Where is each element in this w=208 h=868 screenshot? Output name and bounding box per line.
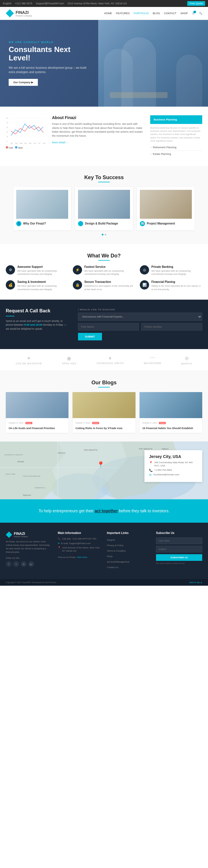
find-us-label: FIND US ON: <box>6 557 52 559</box>
blog-title-3[interactable]: 15 Financial Habits You Should Establish <box>140 426 202 433</box>
phone-number: +212 386 5575 <box>15 2 32 5</box>
submit-button[interactable]: SUBMIT <box>78 333 102 340</box>
key-title: Key To Success <box>6 175 202 181</box>
about-more-link[interactable]: More Detail → <box>52 141 69 144</box>
blogs-title: Our Blogs <box>6 380 202 386</box>
footer-link-terms[interactable]: Terms & Condition <box>107 549 150 553</box>
svg-text:GREENVILLE: GREENVILLE <box>35 487 46 489</box>
subscribe-button[interactable]: SUBSCRIBE US <box>156 554 202 561</box>
footer-main-info: Main Information 📞 Call (tel): +212 386 … <box>58 531 101 570</box>
service-desc-2: We have operated with an unwavering comm… <box>84 269 135 276</box>
logo: FINAZI Finance Company <box>6 9 32 17</box>
nav-contact[interactable]: CONTACT <box>164 12 177 15</box>
service-desc-1: We have operated with an unwavering comm… <box>17 269 68 276</box>
social-facebook[interactable]: f <box>6 561 11 567</box>
service-secure-transaction: 🔒 Secure Transaction Investment in and s… <box>73 280 135 291</box>
service-saving-investment: 💰 Saving & Investment We have operated w… <box>6 280 68 291</box>
callback-left: Request A Call Back Send us an email and… <box>6 308 69 331</box>
footer-logo-icon <box>6 531 12 538</box>
callback-right: I WOULD LIKE TO DISCUSS: Discussions wit… <box>78 308 202 340</box>
about-section: 30 25 20 15 10 5 JAN FEB MAR APR MAY JUN… <box>0 106 208 166</box>
service-desc-5: Investment in and support of the communi… <box>84 284 135 291</box>
callback-section: Request A Call Back Send us an email and… <box>0 300 208 349</box>
services-grid: ⚙ Awesome Support We have operated with … <box>6 265 202 291</box>
svg-text:30: 30 <box>6 117 8 119</box>
nav-features[interactable]: FEATURES <box>116 12 129 15</box>
footer-link-account[interactable]: Account/Management <box>107 559 150 563</box>
map-phone-row: 📞 +1 864-704-4864 <box>149 469 198 472</box>
service-desc-4: We have operated with an unwavering comm… <box>17 284 68 291</box>
blog-card-1: October 6, 2016 Finazi On Life Goals and… <box>6 392 68 433</box>
nav-shop[interactable]: SHOP <box>180 12 188 15</box>
footer-link-contact[interactable]: Contact Us <box>107 565 150 569</box>
footer-click-here-link[interactable]: Click Here <box>77 556 87 559</box>
fastest-service-icon: ⚡ <box>73 265 82 275</box>
blog-cards: October 6, 2016 Finazi On Life Goals and… <box>6 392 202 433</box>
hero-eyebrow: WE ARE CONSULT WORLD <box>9 41 90 43</box>
subscribe-col: Subscribe Us SUBSCRIBE US We never spam … <box>156 531 202 570</box>
map-address-icon: 📍 <box>149 461 152 464</box>
nav-blog[interactable]: BLOG <box>153 12 160 15</box>
financial-planing-icon: 📊 <box>140 280 149 289</box>
social-twitter[interactable]: t <box>13 561 19 567</box>
svg-text:THE HEIGHTS: THE HEIGHTS <box>139 448 152 450</box>
footer-link-privacy[interactable]: Privacy & Policy <box>107 543 150 547</box>
search-icon[interactable]: 🔍 <box>199 12 202 15</box>
subscribe-email-input[interactable] <box>156 546 202 553</box>
service-desc-3: We have operated with an unwavering comm… <box>151 269 202 276</box>
language-selector[interactable]: English <box>3 2 11 5</box>
blog-title-2[interactable]: Cutting Risks in Forex by XTrade Asia <box>72 426 135 433</box>
map-email-icon: ✉ <box>149 473 151 476</box>
footer-description: At Finazi, we focus on our clients' most… <box>6 540 52 554</box>
nav-home[interactable]: HOME <box>104 12 112 15</box>
social-googleplus[interactable]: g+ <box>28 561 34 567</box>
discuss-select[interactable]: Discussions with Financial Experts... <box>78 313 202 321</box>
service-financial-planing: 📊 Financial Planing Safety is the most i… <box>140 280 202 291</box>
footer-phone-text: Call (tel): +212 386 5575 537 001 <box>62 537 96 540</box>
hero-title: Consultants Next Level! <box>9 45 90 62</box>
map-phone-icon: 📞 <box>149 469 152 472</box>
footer-logo-col: FINAZI Finance Company At Finazi, we foc… <box>6 531 52 570</box>
nav-portfolio[interactable]: PORTFOLIO <box>134 12 149 15</box>
subscribe-note: We never spam or share it at all <box>156 562 202 564</box>
phone-number-input[interactable] <box>141 323 202 331</box>
svg-text:10: 10 <box>6 136 8 137</box>
social-linkedin[interactable]: in <box>21 561 27 567</box>
blog-tag-3: Finazi <box>159 422 166 424</box>
svg-text:MAY: MAY <box>29 143 31 144</box>
what-underline <box>98 260 110 260</box>
secure-transaction-icon: 🔒 <box>73 280 82 289</box>
sidebar-estate[interactable]: –Estate Planning <box>150 151 202 157</box>
card-design-build: 🌐 Design & Build Package <box>75 187 133 230</box>
cta-link[interactable]: act together <box>95 508 118 513</box>
blog-title-1[interactable]: On Life Goals and Financial Priorities <box>6 426 68 433</box>
sidebar-retirement[interactable]: –Retirement Planning <box>150 144 202 151</box>
cart-icon[interactable]: 🛒0 <box>192 12 195 15</box>
logo-text: FINAZI <box>16 10 29 15</box>
service-title-2: Fastest Service <box>84 265 135 269</box>
hero-photo <box>98 20 208 106</box>
svg-text:25: 25 <box>6 122 8 124</box>
hero-cta-button[interactable]: Our Company ▶ <box>9 79 38 86</box>
cta-section: To help entrepreneurs get their act toge… <box>0 499 208 523</box>
subscribe-title: Subscribe Us <box>156 531 202 534</box>
service-awesome-support: ⚙ Awesome Support We have operated with … <box>6 265 68 276</box>
svg-text:JUL: JUL <box>38 143 40 144</box>
map-pin: 📍 <box>97 461 105 469</box>
card-icon-row-3: 👔 Project Management <box>140 221 192 226</box>
footer-link-faqs[interactable]: FAQs <box>107 554 150 558</box>
back-to-top-link[interactable]: Back to top ▲ <box>189 581 202 583</box>
service-private-banking: ◎ Private Banking We have operated with … <box>140 265 202 276</box>
hero-section: WE ARE CONSULT WORLD Consultants Next Le… <box>0 20 208 106</box>
dot-2[interactable] <box>105 234 106 236</box>
dot-1[interactable] <box>102 234 103 236</box>
service-title-5: Secure Transaction <box>84 280 135 283</box>
card-project-mgmt: 👔 Project Management <box>137 187 195 230</box>
subscribe-name-input[interactable] <box>156 537 202 544</box>
social-links: f t in g+ <box>6 561 52 567</box>
service-title-1: Awesome Support <box>17 265 68 269</box>
footer-link-support[interactable]: Support <box>107 537 150 541</box>
sidebar-active-item[interactable]: Business Planning <box>150 115 202 124</box>
free-quote-btn[interactable]: Free Quote <box>187 1 205 6</box>
first-name-input[interactable] <box>78 323 139 331</box>
